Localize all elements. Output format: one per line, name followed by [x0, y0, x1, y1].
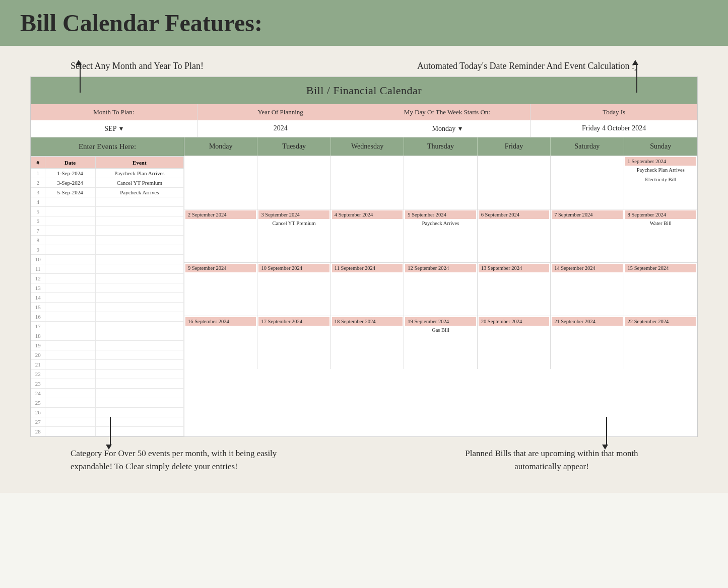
- annotation-top-right: Automated Today's Date Reminder And Even…: [417, 61, 637, 71]
- week-start-dropdown-icon[interactable]: ▾: [458, 124, 462, 133]
- event-date: [45, 207, 95, 216]
- year-value: 2024: [197, 120, 364, 136]
- event-date: [45, 331, 95, 341]
- day-date-label: 15 September 2024: [625, 264, 696, 272]
- event-date: [45, 389, 95, 398]
- event-name: [95, 197, 183, 207]
- events-header: Enter Events Here:: [31, 137, 184, 157]
- day-cell: [478, 156, 551, 209]
- calendar-wrapper: Bill / Financial Calendar Month To Plan:…: [30, 77, 698, 437]
- day-date-label: 9 September 2024: [185, 264, 256, 272]
- arrow-line-bottom-left: [110, 417, 111, 445]
- day-cell: 12 September 2024: [404, 263, 477, 316]
- day-date-label: 3 September 2024: [258, 210, 329, 219]
- main-content: Select Any Month and Year To Plan! Autom…: [0, 46, 728, 493]
- event-name: [95, 274, 183, 283]
- today-control: Today Is Friday 4 October 2024: [531, 104, 697, 137]
- event-num: 15: [31, 303, 45, 312]
- day-date-label: 1 September 2024: [625, 157, 696, 166]
- event-num: 21: [31, 360, 45, 370]
- table-row: 6: [31, 216, 184, 226]
- day-cell: 3 September 2024Cancel YT Premium: [257, 209, 330, 262]
- day-event-label: Water Bill: [625, 219, 696, 229]
- event-date: [45, 341, 95, 350]
- week-start-value[interactable]: Monday ▾: [364, 120, 531, 137]
- event-name: [95, 350, 183, 360]
- event-date: [45, 312, 95, 322]
- day-date-label: 16 September 2024: [185, 317, 256, 326]
- day-cell: 13 September 2024: [478, 263, 551, 316]
- col-date: Date: [45, 157, 95, 169]
- top-annotations: Select Any Month and Year To Plan! Autom…: [30, 61, 698, 71]
- day-cell: [404, 156, 477, 209]
- event-num: 1: [31, 169, 45, 178]
- event-num: 27: [31, 417, 45, 427]
- day-cell: 8 September 2024Water Bill: [624, 209, 697, 262]
- event-num: 28: [31, 427, 45, 436]
- week-row: 9 September 202410 September 202411 Sept…: [184, 263, 697, 316]
- day-header-saturday: Saturday: [551, 137, 624, 156]
- event-num: 18: [31, 331, 45, 341]
- col-event: Event: [95, 157, 183, 169]
- week-row: 1 September 2024Paycheck Plan ArrivesEle…: [184, 156, 697, 209]
- day-header-thursday: Thursday: [404, 137, 477, 156]
- event-num: 19: [31, 341, 45, 350]
- table-row: 19: [31, 341, 184, 350]
- bottom-area: Category For Over 50 events per month, w…: [30, 447, 698, 473]
- event-date: [45, 398, 95, 408]
- event-date: [45, 283, 95, 293]
- event-date: [45, 293, 95, 303]
- day-date-label: 8 September 2024: [625, 210, 696, 219]
- event-name: [95, 322, 183, 331]
- day-cell: 2 September 2024: [184, 209, 257, 262]
- annotation-bottom-left: Category For Over 50 events per month, w…: [71, 447, 292, 473]
- day-date-label: 17 September 2024: [258, 317, 329, 326]
- day-cell: 11 September 2024: [331, 263, 404, 316]
- calendar-body: Enter Events Here: # Date Event 1 1-Sep-…: [31, 137, 697, 436]
- calendar-title: Bill / Financial Calendar: [31, 77, 697, 104]
- table-row: 15: [31, 303, 184, 312]
- event-name: [95, 398, 183, 408]
- day-cell: 21 September 2024: [551, 316, 624, 369]
- day-event-label: Paycheck Arrives: [405, 219, 476, 229]
- day-cell: [257, 156, 330, 209]
- event-date: [45, 303, 95, 312]
- event-date: [45, 427, 95, 436]
- day-cell: 10 September 2024: [257, 263, 330, 316]
- day-cell: 22 September 2024: [624, 316, 697, 369]
- table-row: 17: [31, 322, 184, 331]
- table-row: 4: [31, 197, 184, 207]
- month-dropdown-icon[interactable]: ▾: [119, 124, 123, 133]
- event-num: 24: [31, 389, 45, 398]
- event-name: [95, 341, 183, 350]
- arrow-up-left: [78, 60, 82, 93]
- table-row: 18: [31, 331, 184, 341]
- month-value[interactable]: SEP ▾: [31, 120, 197, 137]
- today-value: Friday 4 October 2024: [531, 120, 697, 136]
- day-date-label: 19 September 2024: [405, 317, 476, 326]
- event-name: [95, 312, 183, 322]
- event-num: 25: [31, 398, 45, 408]
- table-row: 24: [31, 389, 184, 398]
- header-banner: Bill Calendar Features:: [0, 0, 728, 46]
- day-date-label: 13 September 2024: [479, 264, 549, 272]
- event-name: [95, 283, 183, 293]
- day-cell: 4 September 2024: [331, 209, 404, 262]
- event-num: 14: [31, 293, 45, 303]
- month-label: Month To Plan:: [31, 104, 197, 120]
- events-panel: Enter Events Here: # Date Event 1 1-Sep-…: [31, 137, 184, 436]
- day-cell: 16 September 2024: [184, 316, 257, 369]
- event-date: [45, 245, 95, 255]
- event-date: [45, 322, 95, 331]
- col-num: #: [31, 157, 45, 169]
- arrowhead-up-right: [635, 60, 638, 65]
- year-label: Year Of Planning: [197, 104, 364, 120]
- day-date-label: 18 September 2024: [332, 317, 403, 326]
- day-header-wednesday: Wednesday: [331, 137, 404, 156]
- event-name: Paycheck Arrives: [95, 188, 183, 197]
- calendar-controls: Month To Plan: SEP ▾ Year Of Planning 20…: [31, 104, 697, 137]
- arrow-line-left: [80, 65, 81, 93]
- event-date: [45, 379, 95, 389]
- event-num: 12: [31, 274, 45, 283]
- event-name: [95, 408, 183, 417]
